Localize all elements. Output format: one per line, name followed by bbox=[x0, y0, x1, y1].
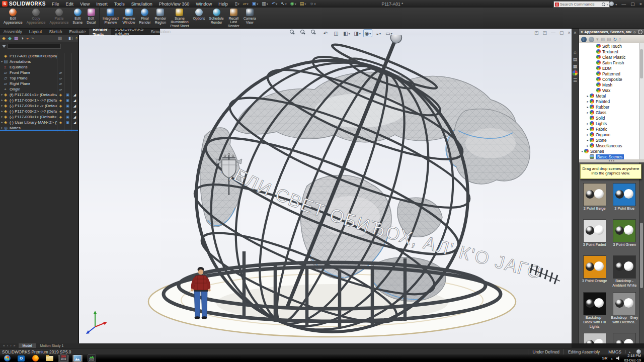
quick-access-icon[interactable]: ↶ bbox=[272, 2, 278, 7]
expand-caret-icon[interactable]: ▸ bbox=[586, 133, 590, 136]
menu-item[interactable]: Tools bbox=[114, 2, 125, 7]
ribbon-button[interactable]: Preview Window bbox=[121, 8, 137, 28]
expand-caret-icon[interactable]: ▸ bbox=[0, 109, 4, 114]
feature-tree-item[interactable]: + Origin bbox=[0, 86, 78, 92]
feature-manager-tab-icon[interactable]: ◧ bbox=[68, 36, 73, 41]
units-caret-icon[interactable]: ▴ bbox=[625, 350, 633, 353]
doc-minimize-icon[interactable]: — bbox=[551, 30, 555, 35]
command-tab[interactable]: Evaluate bbox=[65, 28, 89, 35]
appearance-tree-item[interactable]: ▾ Scenes bbox=[579, 148, 644, 154]
expand-caret-icon[interactable]: ▸ bbox=[0, 98, 4, 103]
feature-tree-item[interactable]: ▱ Front Plane bbox=[0, 70, 78, 75]
taskbar-firefox[interactable] bbox=[30, 355, 41, 362]
appearance-tree-item[interactable]: Soft Touch bbox=[579, 43, 644, 49]
scene-thumbnail[interactable]: Backdrop - Grey with Overhea.. bbox=[610, 293, 638, 329]
feature-tree-item[interactable]: ▸ ◈ (-) P117-008<1> (Default<<Defau bbox=[0, 114, 78, 120]
scene-thumbnail[interactable]: Backdrop - Studio Room bbox=[610, 333, 638, 343]
quick-access-icon[interactable]: ◉ bbox=[290, 2, 296, 7]
pane-toolbar-icon[interactable]: → bbox=[589, 37, 594, 42]
appearance-tree-item[interactable]: ▸ Stone bbox=[579, 137, 644, 143]
ribbon-button[interactable]: Edit Scene bbox=[70, 8, 85, 28]
appearance-tree-item[interactable]: ▸ Fabric bbox=[579, 126, 644, 132]
filter-input[interactable] bbox=[8, 44, 61, 49]
appearance-tree-item[interactable]: ▸ Painted bbox=[579, 99, 644, 104]
search-input[interactable]: Search Commands bbox=[560, 2, 601, 7]
scrollbar-thumb[interactable] bbox=[640, 49, 643, 78]
ribbon-button[interactable]: Edit Decal bbox=[85, 8, 100, 28]
search-commands-box[interactable]: S Search Commands bbox=[553, 1, 610, 8]
expand-caret-icon[interactable]: ▸ bbox=[0, 103, 4, 109]
appearance-tree-item[interactable]: Patterned bbox=[579, 71, 644, 76]
scene-thumbnail[interactable]: Backdrop - Lightbox Studio bbox=[581, 333, 609, 343]
tree-scrollbar[interactable] bbox=[639, 43, 644, 159]
expand-caret-icon[interactable]: ▸ bbox=[0, 59, 4, 64]
start-button[interactable] bbox=[2, 355, 13, 362]
expand-caret-icon[interactable]: ▸ bbox=[586, 105, 590, 109]
appearances-tab-icon[interactable] bbox=[573, 70, 578, 75]
feature-tree-item[interactable]: ▱ Right Plane bbox=[0, 81, 78, 86]
globe-3d-model[interactable]: ЦЕЛИ СВЕТ ОБИЂОХ, АЛ' К'О ЈАГОДИ bbox=[78, 35, 572, 343]
language-indicator[interactable]: SR bbox=[602, 356, 608, 360]
menu-item[interactable]: Edit bbox=[65, 2, 73, 7]
pane-toolbar-icon[interactable]: ▨ bbox=[600, 37, 605, 42]
ribbon-button[interactable]: Camera View bbox=[242, 8, 258, 28]
command-tab[interactable]: Layout bbox=[26, 28, 46, 35]
feature-manager-tab-icon[interactable]: » bbox=[31, 36, 34, 41]
menu-item[interactable]: Window bbox=[196, 2, 212, 7]
pin-icon[interactable] bbox=[638, 30, 642, 34]
taskbar-solidworks[interactable]: SW2019 bbox=[58, 355, 69, 362]
quick-access-icon[interactable]: ▣ bbox=[252, 2, 259, 7]
first-tab-icon[interactable]: « bbox=[3, 344, 5, 347]
collapse-icon[interactable]: « bbox=[581, 30, 583, 34]
expand-caret-icon[interactable]: ▸ bbox=[586, 100, 590, 103]
scene-thumbnail[interactable]: Backdrop - Black with Fill Lights bbox=[581, 293, 609, 329]
expand-caret-icon[interactable]: ▸ bbox=[586, 94, 590, 98]
ribbon-button[interactable]: Edit Appearance bbox=[2, 8, 25, 28]
command-tab[interactable]: Simulation bbox=[147, 28, 174, 35]
task-pane-close-icon[interactable]: × bbox=[572, 30, 578, 36]
command-tab[interactable]: Sketch bbox=[45, 28, 65, 35]
appearance-tree-item[interactable]: Wax bbox=[579, 87, 644, 93]
graphics-area[interactable]: ЦЕЛИ СВЕТ ОБИЂОХ, АЛ' К'О ЈАГОДИ bbox=[78, 35, 572, 343]
hud-button[interactable]: ◉ bbox=[363, 29, 372, 37]
document-tab[interactable]: Model bbox=[19, 343, 36, 348]
ribbon-button[interactable]: Integrated Preview bbox=[101, 8, 121, 28]
scrollbar-thumb[interactable] bbox=[640, 223, 643, 288]
document-tab[interactable]: Motion Study 1 bbox=[36, 343, 68, 348]
expand-caret-icon[interactable]: ▸ bbox=[0, 92, 4, 98]
tray-expand-icon[interactable]: ▴ bbox=[611, 356, 612, 360]
clock[interactable]: 2:18 PM 03-Dec-19 bbox=[624, 354, 641, 362]
hud-button[interactable] bbox=[300, 29, 309, 37]
quick-access-icon[interactable]: ▥ bbox=[262, 2, 268, 7]
close-button[interactable]: × bbox=[639, 2, 642, 7]
feature-manager-tab-icon[interactable]: ◓ bbox=[75, 36, 78, 41]
feature-tree-item[interactable]: ◈ P117-A01 (Default<Display State-1>) bbox=[0, 53, 78, 59]
taskbar-photo-viewer[interactable] bbox=[72, 355, 83, 362]
appearance-tree-item[interactable]: ▸ Lights bbox=[579, 121, 644, 126]
appearance-tree-item[interactable]: Solid bbox=[579, 115, 644, 121]
minimize-button[interactable]: — bbox=[621, 2, 626, 7]
hud-button[interactable] bbox=[310, 29, 319, 37]
expand-caret-icon[interactable]: ▾ bbox=[580, 149, 584, 153]
prev-tab-icon[interactable]: ‹ bbox=[7, 344, 8, 347]
search-dropdown-icon[interactable] bbox=[606, 2, 608, 7]
doc-close-icon[interactable]: × bbox=[568, 30, 571, 35]
scene-thumbnail[interactable]: 3 Point Orange bbox=[581, 256, 609, 288]
menu-item[interactable]: View bbox=[80, 2, 90, 7]
appearance-tree-item[interactable]: EDM bbox=[579, 65, 644, 71]
hud-button[interactable]: ▭ bbox=[384, 29, 393, 37]
window-tile-icon[interactable]: ◳ bbox=[543, 30, 547, 35]
menu-item[interactable]: Help bbox=[218, 2, 228, 7]
custom-properties-icon[interactable]: ☰ bbox=[572, 77, 578, 83]
feature-tree-item[interactable]: ▸ ◈ (-) P117-005<1> -> (Default<<De bbox=[0, 103, 78, 109]
feature-manager-tab-icon[interactable]: ▥ bbox=[58, 36, 62, 41]
command-tab[interactable]: Assembly bbox=[0, 28, 26, 35]
search-icon[interactable] bbox=[602, 3, 605, 6]
next-tab-icon[interactable]: › bbox=[10, 344, 11, 347]
command-tab[interactable]: SOLIDWORKS Add-Ins bbox=[111, 28, 147, 35]
feature-tree-item[interactable]: ▸ ◈ (-) P117-003<1> ->? (Default<<D bbox=[0, 98, 78, 103]
volume-icon[interactable] bbox=[616, 356, 620, 360]
pane-toolbar-icon[interactable]: ▧ bbox=[607, 37, 611, 42]
appearance-tree-item[interactable]: ▸ Miscellaneous bbox=[579, 143, 644, 148]
restore-button[interactable]: ▢ bbox=[630, 2, 635, 7]
